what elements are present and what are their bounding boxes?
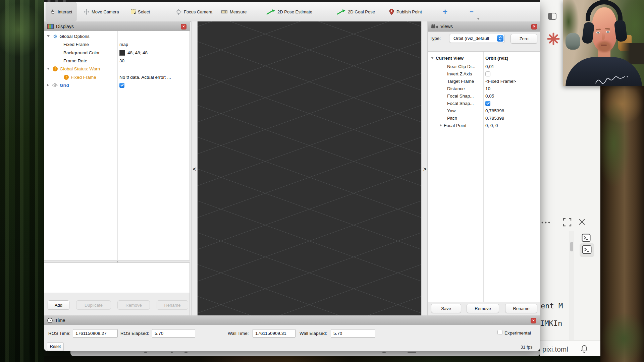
terminal-icon[interactable]: [582, 245, 592, 254]
experimental-checkbox[interactable]: [497, 330, 502, 335]
file-name-label[interactable]: pixi.toml: [542, 345, 568, 353]
view-row-focal-point[interactable]: Focal Point 0; 0; 0: [428, 122, 540, 129]
wall-time-input[interactable]: 1761150909.31: [253, 329, 296, 338]
beard: [595, 40, 614, 54]
maximize-icon[interactable]: [563, 218, 572, 227]
view-row-pitch[interactable]: Pitch 0,785398: [428, 114, 540, 122]
close-icon[interactable]: ✕: [181, 24, 186, 29]
traffic-light-icon[interactable]: [47, 0, 51, 2]
time-panel-title: Time: [55, 318, 65, 323]
views-tree: Current View Orbit (rviz) Near Clip Di..…: [428, 51, 540, 302]
display-row-global-options[interactable]: ⚙ Global Options: [44, 32, 190, 40]
zero-button[interactable]: Zero: [511, 34, 537, 44]
rename-display-button[interactable]: Rename: [157, 300, 188, 310]
tool-2d-goal-pose[interactable]: 2D Goal Pose: [337, 2, 375, 21]
view-type-dropdown[interactable]: Orbit (rviz_default: [449, 34, 505, 43]
add-tool-icon[interactable]: +: [443, 7, 447, 16]
time-panel-header[interactable]: Time ✕: [44, 315, 540, 325]
view-row-distance[interactable]: Distance 10: [428, 85, 540, 92]
view-row-current-view[interactable]: Current View Orbit (rviz): [428, 54, 540, 62]
duplicate-display-button[interactable]: Duplicate: [76, 300, 111, 310]
tool-focus-camera[interactable]: Focus Camera: [176, 2, 212, 21]
view-row-focal-shape-fixed[interactable]: Focal Shap...: [428, 100, 540, 107]
add-display-button[interactable]: Add: [48, 300, 69, 310]
tool-2d-pose-estimate[interactable]: 2D Pose Estimate: [266, 2, 312, 21]
rviz-titlebar-remnant: [44, 0, 540, 2]
collapse-left-chevron-icon[interactable]: <: [193, 166, 196, 172]
time-panel-body: ROS Time: 1761150909.27 ROS Elapsed: 5.7…: [44, 325, 540, 351]
clipped-glyph: [382, 352, 386, 353]
expander-icon[interactable]: [47, 68, 50, 70]
publish-point-pin-icon: [389, 9, 394, 15]
eye: [606, 31, 610, 33]
collapse-right-chevron-icon[interactable]: >: [423, 166, 426, 172]
terminal-icon[interactable]: [582, 234, 591, 242]
view-row-invert-z[interactable]: Invert Z Axis: [428, 70, 540, 77]
clock-icon: [47, 318, 53, 323]
mouth: [601, 45, 607, 46]
wall-elapsed-label: Wall Elapsed:: [300, 331, 327, 336]
panel-splitter[interactable]: [44, 260, 190, 263]
remove-tool-icon[interactable]: −: [470, 8, 474, 16]
shirt-script-text: [594, 76, 633, 85]
traffic-light-icon[interactable]: [63, 0, 66, 2]
remove-display-button[interactable]: Remove: [117, 300, 150, 310]
more-actions-icon[interactable]: [541, 220, 551, 226]
reset-button[interactable]: Reset: [47, 342, 64, 351]
nose: [602, 32, 605, 40]
move-camera-icon: [84, 9, 89, 15]
rviz-toolbar: Interact Move Camera Select Focus Camera: [44, 2, 540, 22]
expander-icon[interactable]: [440, 124, 442, 127]
views-panel-header[interactable]: Views ✕: [428, 21, 540, 32]
right-panel-collapse-strip: >: [421, 21, 428, 315]
remove-view-button[interactable]: Remove: [467, 304, 499, 313]
asterisk-icon: [547, 32, 560, 46]
traffic-light-icon[interactable]: [55, 0, 58, 2]
bell-icon[interactable]: [581, 345, 588, 353]
ros-elapsed-label: ROS Elapsed:: [120, 331, 149, 336]
color-swatch: [119, 50, 125, 56]
ros-time-input[interactable]: 1761150909.27: [73, 329, 118, 338]
close-icon[interactable]: ✕: [531, 318, 536, 323]
display-row-fixed-frame-warning[interactable]: ! Fixed Frame No tf data. Actual error: …: [44, 73, 190, 81]
background-window-statusbar: pixi.toml: [540, 340, 600, 356]
display-row-fixed-frame[interactable]: Fixed Frame map: [44, 40, 190, 48]
save-view-button[interactable]: Save: [431, 304, 461, 313]
view-row-target-frame[interactable]: Target Frame <Fixed Frame>: [428, 77, 540, 85]
tool-measure[interactable]: Measure: [221, 2, 247, 21]
display-row-background-color[interactable]: Background Color 48; 48; 48: [44, 49, 190, 57]
tool-select[interactable]: Select: [131, 2, 150, 21]
wall-elapsed-input[interactable]: 5.70: [331, 329, 375, 338]
experimental-label: Experimental: [504, 330, 531, 336]
close-icon[interactable]: ✕: [531, 24, 537, 29]
expander-icon[interactable]: [47, 35, 50, 37]
view-row-focal-shape-size[interactable]: Focal Shap... 0,05: [428, 92, 540, 100]
grid-enabled-checkbox[interactable]: [119, 83, 124, 88]
sidebar-toggle-icon[interactable]: [548, 13, 556, 20]
viewport-3d[interactable]: [198, 21, 421, 315]
rename-view-button[interactable]: Rename: [505, 304, 537, 313]
tool-interact[interactable]: Interact: [46, 2, 76, 21]
display-row-global-status[interactable]: ! Global Status: Warn: [44, 65, 190, 73]
display-row-grid[interactable]: Grid: [44, 81, 190, 89]
focal-shape-checkbox[interactable]: [485, 101, 490, 106]
goal-pose-arrow-icon: [337, 9, 345, 15]
displays-panel-header[interactable]: Displays ✕: [44, 21, 190, 32]
toolbar-overflow-chevron-icon[interactable]: [477, 18, 480, 20]
tool-move-camera[interactable]: Move Camera: [84, 2, 119, 21]
clipped-glyph: [171, 352, 173, 353]
expander-icon[interactable]: [431, 57, 434, 59]
ros-elapsed-input[interactable]: 5.70: [152, 329, 195, 338]
scrollbar-thumb[interactable]: [570, 242, 573, 251]
display-row-frame-rate[interactable]: Frame Rate 30: [44, 57, 190, 65]
dropdown-spinner-icon: [497, 35, 503, 42]
view-row-near-clip[interactable]: Near Clip Di... 0,01: [428, 63, 540, 70]
interact-hand-icon: [50, 9, 55, 14]
webcam-overlay: [563, 0, 644, 86]
tool-publish-point[interactable]: Publish Point: [389, 2, 422, 21]
invert-z-checkbox[interactable]: [485, 71, 490, 76]
close-window-icon[interactable]: [578, 218, 586, 226]
displays-panel-title: Displays: [56, 24, 74, 29]
view-row-yaw[interactable]: Yaw 0,785398: [428, 107, 540, 114]
warning-icon: !: [53, 66, 58, 71]
